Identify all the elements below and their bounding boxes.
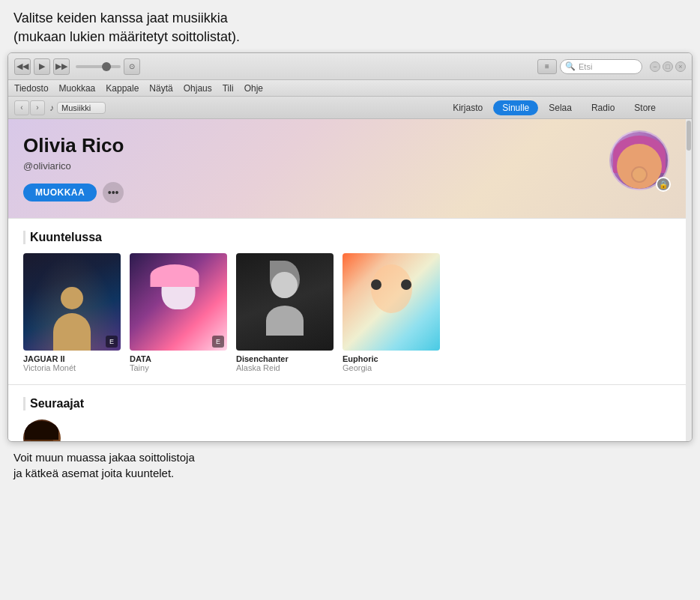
explicit-icon: E [109,338,114,345]
window-buttons: − □ × [650,61,686,72]
menu-nayta[interactable]: Näytä [149,83,172,94]
jaguar-figure [49,283,94,351]
album-figure [255,261,315,343]
albums-row: E JAGUAR II Victoria Monét [23,253,677,372]
profile-section: Olivia Rico @oliviarico MUOKKAA ••• 🔒 [8,119,692,218]
top-text-line2: (mukaan lukien määritetyt soittolistat). [13,29,240,44]
album-cover-jaguar: E [23,253,121,351]
tab-radio[interactable]: Radio [582,100,624,115]
followers-section-title: Seuraajat [23,397,677,410]
tab-sinulle[interactable]: Sinulle [493,100,538,115]
maximize-button[interactable]: □ [663,61,673,72]
follower-avatar[interactable] [23,419,61,441]
search-icon: 🔍 [565,61,576,71]
main-content: Olivia Rico @oliviarico MUOKKAA ••• 🔒 [8,119,692,441]
rewind-button[interactable]: ◀◀ [14,58,31,75]
forward-button[interactable]: ▶▶ [53,58,70,75]
followers-section: Seuraajat [8,384,692,441]
listening-title-text: Kuuntelussa [30,231,102,244]
eye-right [401,279,411,290]
explicit-icon: E [216,338,220,345]
breadcrumb: ♪ Musiikki [49,102,106,114]
tab-kirjasto[interactable]: Kirjasto [444,100,492,115]
top-text-line1: Valitse keiden kanssa jaat musiikkia [13,10,228,25]
profile-handle: @oliviarico [23,160,677,172]
album-cover-disenchanter [236,253,334,351]
playback-controls: ◀◀ ▶ ▶▶ ⊙ [14,58,140,75]
album-item[interactable]: E JAGUAR II Victoria Monét [23,253,121,372]
jaguar-body [53,313,91,351]
album-title: DATA [130,354,227,363]
album-badge: E [212,336,224,348]
close-button[interactable]: × [675,61,686,72]
album-badge: E [106,336,118,348]
follower-face-container [23,419,61,441]
profile-name: Olivia Rico [23,134,677,157]
album-title: JAGUAR II [23,354,121,363]
listening-section: Kuuntelussa E JAGUAR II [8,219,692,384]
body-shape [266,306,304,336]
title-bar-right: ≡ 🔍 Etsi − □ × [537,59,686,74]
scrollbar[interactable] [686,119,692,441]
tab-store[interactable]: Store [625,100,665,115]
album-cover-data: E [130,253,227,351]
listening-section-title: Kuuntelussa [23,231,677,244]
profile-buttons: MUOKKAA ••• [23,182,677,203]
search-box[interactable]: 🔍 Etsi [560,59,642,74]
section-line-indicator [23,231,25,244]
eye-left [371,279,381,290]
album-item[interactable]: Disenchanter Alaska Reid [236,253,334,372]
bottom-text-line1: Voit muun muassa jakaa soittolistoja [13,451,195,464]
nav-forward-button[interactable]: › [30,100,45,115]
album-artist: Tainy [130,363,227,372]
edit-profile-button[interactable]: MUOKKAA [23,184,97,201]
list-view-button[interactable]: ≡ [537,59,557,74]
bottom-text-line2: ja kätkeä asemat joita kuuntelet. [13,467,174,479]
menu-tili[interactable]: Tili [223,83,234,94]
album-item[interactable]: E DATA Tainy [130,253,227,372]
menu-ohje[interactable]: Ohje [244,83,263,94]
top-instruction: Valitse keiden kanssa jaat musiikkia (mu… [0,0,700,52]
face-oval [371,264,412,313]
album-artist: Alaska Reid [236,363,334,372]
album-face [365,264,417,332]
nav-tabs: Kirjasto Sinulle Selaa Radio Store [444,100,665,115]
menu-kappale[interactable]: Kappale [106,83,139,94]
followers-title-text: Seuraajat [30,397,84,410]
play-button[interactable]: ▶ [34,58,50,75]
menu-bar: Tiedosto Muokkaa Kappale Näytä Ohjaus Ti… [8,80,692,97]
nav-arrows: ‹ › [14,100,45,115]
tab-selaa[interactable]: Selaa [540,100,581,115]
section-line-indicator [23,397,25,410]
follower-hair [25,421,58,440]
volume-track [76,65,121,68]
music-note-icon: ♪ [49,103,54,113]
nav-bar: ‹ › ♪ Musiikki Kirjasto Sinulle Selaa Ra… [8,97,692,119]
album-art-figure [158,268,199,321]
jaguar-head [61,287,83,309]
anime-hair [151,264,199,287]
album-title: Disenchanter [236,354,334,363]
album-cover-euphoric [343,253,440,351]
volume-thumb [102,62,111,71]
lock-icon: 🔒 [656,177,671,192]
album-title: Euphoric [343,354,440,363]
menu-ohjaus[interactable]: Ohjaus [184,83,212,94]
album-item[interactable]: Euphoric Georgia [343,253,440,372]
menu-tiedosto[interactable]: Tiedosto [14,83,49,94]
album-artist: Victoria Monét [23,363,121,372]
scrollbar-thumb[interactable] [687,121,691,151]
profile-avatar: 🔒 [609,130,669,190]
title-bar: ◀◀ ▶ ▶▶ ⊙ ≡ 🔍 Etsi − □ × [8,53,692,80]
library-selector[interactable]: Musiikki [57,102,106,114]
menu-muokkaa[interactable]: Muokkaa [59,83,96,94]
minimize-button[interactable]: − [650,61,660,72]
search-placeholder: Etsi [579,62,592,71]
album-artist: Georgia [343,363,440,372]
volume-slider[interactable] [76,65,121,68]
airplay-button[interactable]: ⊙ [124,58,140,75]
more-options-button[interactable]: ••• [103,182,124,203]
avatar-eye-area [631,166,648,183]
face-shape [271,272,298,298]
nav-back-button[interactable]: ‹ [14,100,29,115]
